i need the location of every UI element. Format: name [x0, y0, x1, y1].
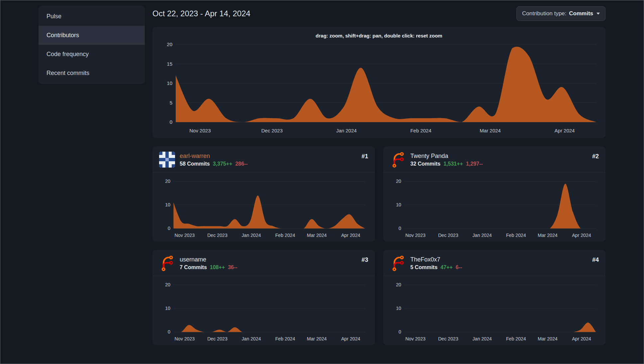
y-tick-label: 20 [396, 282, 401, 287]
contributor-card-header: earl-warren 58 Commits 3,375++ 286-- #1 [152, 146, 375, 173]
contributor-deletions: 1,297-- [466, 161, 483, 167]
sidebar-item-label: Contributors [46, 32, 79, 38]
x-tick-label: Apr 2024 [572, 336, 591, 341]
sidebar-item-recent-commits[interactable]: Recent commits [39, 64, 145, 83]
contributor-identity: username 7 Commits 108++ 36-- [180, 256, 357, 270]
forgejo-avatar[interactable] [390, 255, 406, 271]
contributor-deletions: 6-- [456, 264, 462, 270]
overall-commits-chart[interactable]: 05101520Nov 2023Dec 2023Jan 2024Feb 2024… [158, 40, 599, 135]
contributor-name-link[interactable]: username [180, 256, 357, 263]
identicon-avatar[interactable] [159, 152, 175, 168]
contributor-name-link[interactable]: Twenty Panda [411, 153, 588, 160]
x-tick-label: Nov 2023 [405, 233, 425, 238]
identicon-cell [172, 155, 175, 158]
activity-sidebar: Pulse Contributors Code frequency Recent… [39, 6, 145, 364]
contributor-additions: 1,531++ [443, 161, 463, 167]
x-tick-label: Feb 2024 [275, 233, 295, 238]
identicon-cell [162, 164, 166, 168]
y-tick-label: 20 [396, 179, 401, 184]
contributor-name-link[interactable]: earl-warren [180, 153, 357, 160]
overall-commits-card: drag: zoom, shift+drag: pan, double clic… [152, 27, 605, 138]
x-tick-label: Dec 2023 [207, 233, 228, 238]
x-tick-label: Feb 2024 [410, 128, 431, 133]
commit-activity-area [404, 184, 596, 229]
contribution-type-dropdown[interactable]: Contribution type: Commits [516, 6, 605, 21]
contributor-commit-count: 32 Commits [411, 161, 441, 167]
sidebar-item-label: Pulse [46, 13, 61, 20]
contributor-commit-count: 5 Commits [411, 264, 438, 270]
identicon-cell [165, 155, 169, 158]
identicon-cell [162, 155, 166, 158]
commit-activity-area [173, 325, 365, 332]
identicon-cell [169, 152, 172, 155]
thefox0x7-commits-chart[interactable]: 01020Nov 2023Dec 2023Jan 2024Feb 2024Mar… [389, 279, 600, 345]
sidebar-item-pulse[interactable]: Pulse [39, 7, 145, 26]
x-tick-label: Apr 2024 [555, 128, 575, 133]
forgejo-avatar[interactable] [159, 255, 175, 271]
x-tick-label: Apr 2024 [572, 233, 591, 238]
commit-activity-area [404, 323, 596, 332]
y-tick-label: 0 [168, 226, 170, 231]
contributor-card: username 7 Commits 108++ 36-- #3 01020No… [152, 250, 375, 345]
identicon-cell [169, 164, 172, 168]
date-range-title: Oct 22, 2023 - Apr 14, 2024 [152, 9, 250, 18]
contributor-chart-holder: 01020Nov 2023Dec 2023Jan 2024Feb 2024Mar… [383, 276, 606, 345]
x-tick-label: Dec 2023 [438, 233, 458, 238]
contributor-deletions: 36-- [228, 264, 237, 270]
contributor-identity: earl-warren 58 Commits 3,375++ 286-- [180, 153, 357, 167]
y-tick-label: 10 [165, 202, 170, 207]
identicon-cell [165, 152, 169, 155]
identicon-cell [172, 164, 175, 168]
y-tick-label: 0 [399, 329, 401, 334]
x-tick-label: Mar 2024 [537, 336, 557, 341]
sidebar-item-label: Recent commits [46, 70, 89, 76]
contributor-card: earl-warren 58 Commits 3,375++ 286-- #1 … [152, 146, 375, 242]
contribution-type-value: Commits [569, 10, 593, 17]
contributor-additions: 3,375++ [213, 161, 232, 167]
x-tick-label: Nov 2023 [175, 336, 195, 341]
contributor-stats: 7 Commits 108++ 36-- [180, 264, 357, 270]
earl-warren-commits-chart[interactable]: 01020Nov 2023Dec 2023Jan 2024Feb 2024Mar… [158, 175, 369, 242]
sidebar-item-code-frequency[interactable]: Code frequency [39, 45, 145, 64]
x-tick-label: Apr 2024 [341, 233, 360, 238]
twenty-panda-commits-chart[interactable]: 01020Nov 2023Dec 2023Jan 2024Feb 2024Mar… [389, 175, 600, 242]
forgejo-logo-icon [159, 255, 175, 271]
x-tick-label: Mar 2024 [480, 128, 501, 133]
x-tick-label: Dec 2023 [261, 128, 283, 133]
forgejo-avatar[interactable] [390, 152, 406, 168]
x-tick-label: Dec 2023 [207, 336, 228, 341]
username-commits-chart[interactable]: 01020Nov 2023Dec 2023Jan 2024Feb 2024Mar… [158, 279, 369, 345]
sidebar-item-label: Code frequency [46, 51, 89, 57]
x-tick-label: Jan 2024 [472, 336, 492, 341]
x-tick-label: Feb 2024 [506, 233, 526, 238]
forgejo-logo-icon [390, 255, 406, 271]
y-tick-label: 0 [168, 329, 170, 334]
y-tick-label: 0 [399, 226, 401, 231]
contributor-rank: #2 [592, 153, 599, 160]
identicon-cell [159, 158, 162, 161]
contributor-identity: TheFox0x7 5 Commits 47++ 6-- [411, 256, 588, 270]
y-tick-label: 10 [396, 306, 401, 311]
x-tick-label: Feb 2024 [506, 336, 526, 341]
y-tick-label: 20 [167, 41, 172, 47]
x-tick-label: Mar 2024 [307, 233, 327, 238]
y-tick-label: 10 [396, 202, 401, 207]
overall-chart-holder: 05101520Nov 2023Dec 2023Jan 2024Feb 2024… [158, 40, 599, 135]
identicon-cell [165, 158, 169, 161]
identicon-cell [169, 161, 172, 165]
contributor-card-header: username 7 Commits 108++ 36-- #3 [152, 250, 375, 276]
contributor-deletions: 286-- [235, 161, 247, 167]
x-tick-label: Jan 2024 [241, 233, 261, 238]
contributor-commit-count: 58 Commits [180, 161, 210, 167]
y-tick-label: 5 [170, 100, 172, 106]
identicon-cell [159, 161, 162, 165]
contributor-chart-holder: 01020Nov 2023Dec 2023Jan 2024Feb 2024Mar… [152, 173, 375, 242]
identicon-cell [169, 155, 172, 158]
contributor-stats: 58 Commits 3,375++ 286-- [180, 161, 357, 167]
commit-activity-area [176, 47, 596, 122]
sidebar-item-contributors[interactable]: Contributors [39, 26, 145, 45]
activity-nav-menu: Pulse Contributors Code frequency Recent… [39, 6, 145, 84]
identicon-cell [172, 158, 175, 161]
contributor-name-link[interactable]: TheFox0x7 [411, 256, 588, 263]
contributor-card-header: Twenty Panda 32 Commits 1,531++ 1,297-- … [383, 146, 606, 173]
